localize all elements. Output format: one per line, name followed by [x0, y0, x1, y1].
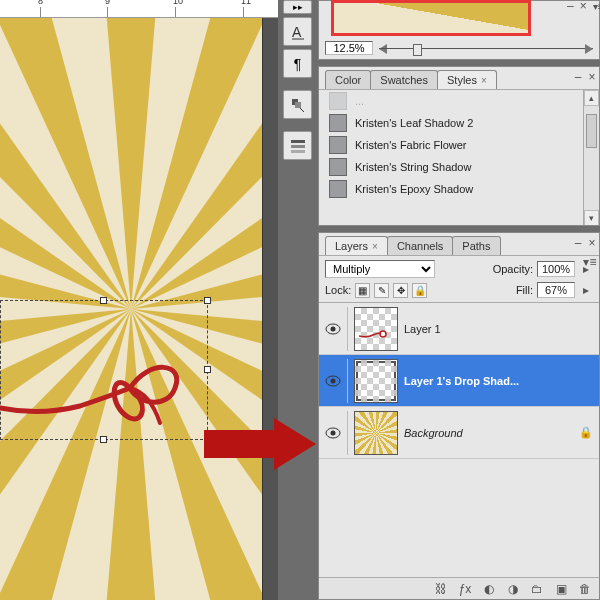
- layer-list: Layer 1 Layer 1's Drop Shad... Backgroun…: [319, 302, 599, 459]
- canvas-area: 8 9 10 11: [0, 0, 278, 600]
- zoom-in-icon[interactable]: [585, 44, 593, 54]
- layers-footer: ⛓ ƒx ◐ ◑ 🗀 ▣ 🗑: [319, 577, 599, 599]
- string-bow-art: [0, 338, 210, 448]
- layer-thumbnail[interactable]: [354, 411, 398, 455]
- style-preset-item[interactable]: ...: [319, 90, 599, 112]
- lock-icon: 🔒: [579, 426, 593, 439]
- ruler-horizontal: 8 9 10 11: [0, 0, 278, 18]
- fill-value[interactable]: 67%: [537, 282, 575, 298]
- close-icon[interactable]: ×: [585, 70, 599, 84]
- scroll-up-icon[interactable]: ▴: [584, 90, 599, 106]
- svg-rect-7: [291, 150, 305, 153]
- new-group-icon[interactable]: 🗀: [529, 581, 545, 597]
- lock-all-icon[interactable]: 🔒: [412, 283, 427, 298]
- zoom-out-icon[interactable]: [379, 44, 387, 54]
- fill-label: Fill:: [516, 284, 533, 296]
- scroll-down-icon[interactable]: ▾: [584, 210, 599, 225]
- delete-layer-icon[interactable]: 🗑: [577, 581, 593, 597]
- tab-color[interactable]: Color: [325, 70, 371, 89]
- style-preset-item[interactable]: Kristen's String Shadow: [319, 156, 599, 178]
- layer-name[interactable]: Layer 1's Drop Shad...: [404, 375, 519, 387]
- minimize-icon[interactable]: –: [567, 0, 574, 13]
- minimize-icon[interactable]: –: [571, 70, 585, 84]
- close-tab-icon[interactable]: ×: [481, 75, 487, 86]
- collapsed-dock: ▸▸ A ¶: [283, 0, 313, 600]
- zoom-input[interactable]: [325, 41, 373, 55]
- style-preset-item[interactable]: Kristen's Fabric Flower: [319, 134, 599, 156]
- layer-mask-icon[interactable]: ◐: [481, 581, 497, 597]
- svg-point-14: [331, 430, 336, 435]
- layer-thumbnail[interactable]: [354, 359, 398, 403]
- layer-thumbnail[interactable]: [354, 307, 398, 351]
- lock-move-icon[interactable]: ✥: [393, 283, 408, 298]
- lock-label: Lock:: [325, 284, 351, 296]
- styles-scrollbar[interactable]: ▴ ▾: [583, 90, 599, 225]
- close-icon[interactable]: ×: [580, 0, 587, 13]
- blend-mode-select[interactable]: Multiply: [325, 260, 435, 278]
- new-layer-icon[interactable]: ▣: [553, 581, 569, 597]
- tab-channels[interactable]: Channels: [387, 236, 453, 255]
- lock-paint-icon[interactable]: ✎: [374, 283, 389, 298]
- minimize-icon[interactable]: –: [571, 236, 585, 250]
- layers-tabbar: Layers× Channels Paths – × ▾≡: [319, 233, 599, 255]
- navigator-thumbnail[interactable]: [331, 0, 531, 36]
- zoom-slider[interactable]: [379, 42, 593, 54]
- tab-paths[interactable]: Paths: [452, 236, 500, 255]
- layer-row[interactable]: Layer 1's Drop Shad...: [319, 355, 599, 407]
- lock-transparency-icon[interactable]: ▦: [355, 283, 370, 298]
- svg-text:A: A: [292, 24, 302, 40]
- layers-panel: Layers× Channels Paths – × ▾≡ Multiply O…: [318, 232, 600, 600]
- scroll-thumb[interactable]: [586, 114, 597, 148]
- expand-dock-button[interactable]: ▸▸: [283, 0, 312, 14]
- close-tab-icon[interactable]: ×: [372, 241, 378, 252]
- sunburst-artwork: [0, 18, 263, 600]
- paragraph-palette-button[interactable]: ¶: [283, 49, 312, 78]
- layer-style-icon[interactable]: ƒx: [457, 581, 473, 597]
- layer-name[interactable]: Layer 1: [404, 323, 441, 335]
- visibility-toggle[interactable]: [325, 321, 341, 337]
- styles-tabbar: Color Swatches Styles× – × ▾≡: [319, 67, 599, 89]
- link-layers-icon[interactable]: ⛓: [433, 581, 449, 597]
- svg-rect-5: [291, 140, 305, 143]
- panel-menu-icon[interactable]: ▾≡: [583, 255, 597, 269]
- tab-layers[interactable]: Layers×: [325, 236, 388, 255]
- opacity-label: Opacity:: [493, 263, 533, 275]
- layer-row[interactable]: Background 🔒: [319, 407, 599, 459]
- visibility-toggle[interactable]: [325, 425, 341, 441]
- svg-point-12: [331, 378, 336, 383]
- tool-presets-button[interactable]: [283, 90, 312, 119]
- close-icon[interactable]: ×: [585, 236, 599, 250]
- tab-styles[interactable]: Styles×: [437, 70, 497, 89]
- layer-comps-button[interactable]: [283, 131, 312, 160]
- layer-name[interactable]: Background: [404, 427, 463, 439]
- character-palette-button[interactable]: A: [283, 17, 312, 46]
- svg-point-9: [331, 326, 336, 331]
- tab-swatches[interactable]: Swatches: [370, 70, 438, 89]
- style-preset-item[interactable]: Kristen's Leaf Shadow 2: [319, 112, 599, 134]
- style-list: ... Kristen's Leaf Shadow 2 Kristen's Fa…: [319, 89, 599, 225]
- chevron-right-icon[interactable]: ▸: [579, 283, 593, 297]
- document-canvas[interactable]: [0, 18, 263, 600]
- adjustment-layer-icon[interactable]: ◑: [505, 581, 521, 597]
- svg-rect-4: [295, 102, 301, 108]
- svg-rect-6: [291, 145, 305, 148]
- menu-icon[interactable]: ▾≡: [593, 0, 600, 13]
- styles-panel: Color Swatches Styles× – × ▾≡ ... Kriste…: [318, 66, 600, 226]
- visibility-toggle[interactable]: [325, 373, 341, 389]
- style-preset-item[interactable]: Kristen's Epoxy Shadow: [319, 178, 599, 200]
- opacity-value[interactable]: 100%: [537, 261, 575, 277]
- layer-properties: Multiply Opacity: 100% ▸ Lock: ▦ ✎ ✥ 🔒 F…: [319, 255, 599, 302]
- layer-row[interactable]: Layer 1: [319, 303, 599, 355]
